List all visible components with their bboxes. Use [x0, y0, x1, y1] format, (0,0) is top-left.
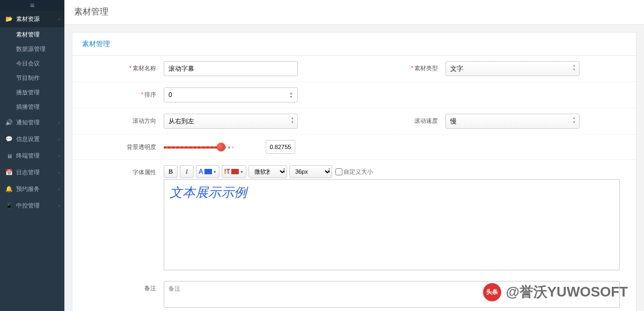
sidebar-sub-material-manage[interactable]: 素材管理: [0, 27, 64, 42]
order-label: *排序: [72, 87, 164, 99]
sidebar-item-label: 中控管理: [16, 202, 40, 210]
folder-open-icon: 📂: [5, 16, 13, 23]
megaphone-icon: 🔊: [5, 119, 13, 126]
sidebar-item-notify-manage[interactable]: 🔊 通知管理 ‹: [0, 114, 64, 131]
material-name-label: *素材名称: [72, 61, 164, 72]
note-textarea[interactable]: [164, 281, 620, 308]
direction-select[interactable]: 从右到左: [164, 114, 298, 129]
editor-sample-text: 文本展示示例: [170, 184, 614, 201]
custom-size-checkbox[interactable]: [335, 168, 342, 175]
sidebar-item-today-meeting[interactable]: 今日会议: [0, 56, 64, 71]
chevron-icon: ‹: [58, 170, 60, 175]
font-family-select[interactable]: 微软雅黑: [248, 165, 287, 178]
material-name-input[interactable]: [164, 61, 298, 76]
material-type-select[interactable]: 文字: [445, 61, 580, 76]
custom-size-checkbox-label[interactable]: 自定义大小: [335, 168, 373, 176]
text-editor[interactable]: 文本展示示例: [164, 179, 620, 270]
opacity-value-input[interactable]: [266, 140, 295, 154]
calendar-icon: 📅: [5, 169, 13, 176]
phone-icon: 📱: [5, 202, 13, 209]
italic-button[interactable]: I: [180, 165, 194, 178]
font-color-button[interactable]: A▼: [196, 165, 219, 178]
chevron-icon: ‹: [58, 187, 60, 192]
stepper-down-icon[interactable]: ▼: [289, 95, 293, 99]
direction-label: 滚动方向: [72, 114, 164, 125]
font-toolbar: B I A▼ !T▼ 微软雅黑 36px 自定义大小: [164, 165, 620, 178]
font-attr-label: 字体属性: [72, 165, 164, 176]
sidebar-item-terminal-manage[interactable]: 🖥 终端管理 ‹: [0, 147, 64, 164]
chevron-icon: ‹: [58, 120, 60, 125]
chevron-icon: ‹: [58, 203, 60, 209]
sidebar: ≡ 📂 素材资源 ‹ 素材管理 数据源管理 今日会议 节目制作 播放管理 插播管…: [0, 0, 64, 311]
sidebar-sub-datasource-manage[interactable]: 数据源管理: [0, 42, 64, 56]
sidebar-item-log-manage[interactable]: 📅 日志管理 ‹: [0, 164, 64, 181]
content: 素材管理 *素材名称 *素材类型 文字: [64, 25, 644, 311]
chevron-icon: ‹: [58, 17, 60, 22]
sidebar-toggle[interactable]: ≡: [0, 0, 64, 11]
sidebar-item-central-control[interactable]: 📱 中控管理 ‹: [0, 197, 64, 214]
note-label: 备注: [72, 281, 164, 292]
sidebar-item-label: 通知管理: [16, 119, 40, 127]
stepper-up-icon[interactable]: ▲: [289, 91, 293, 95]
main: 素材管理 素材管理 *素材名称 *素材类型 文字: [64, 0, 644, 311]
sidebar-item-label: 终端管理: [16, 152, 40, 160]
sidebar-item-insert-manage[interactable]: 插播管理: [0, 100, 64, 114]
monitor-icon: 🖥: [5, 153, 13, 159]
order-input[interactable]: [169, 91, 276, 99]
order-stepper[interactable]: ▲▼: [164, 87, 298, 102]
bell-icon: 🔔: [5, 186, 13, 192]
bold-button[interactable]: B: [164, 165, 178, 178]
panel-title: 素材管理: [72, 33, 636, 56]
sidebar-item-label: 预约服务: [16, 185, 40, 193]
page-title: 素材管理: [64, 0, 644, 25]
hamburger-icon: ≡: [30, 1, 34, 10]
sidebar-item-info-settings[interactable]: 💬 信息设置 ‹: [0, 131, 64, 147]
sidebar-item-label: 信息设置: [16, 135, 40, 143]
sidebar-item-label: 素材资源: [16, 15, 40, 23]
bg-color-button[interactable]: !T▼: [222, 165, 246, 178]
font-size-select[interactable]: 36px: [289, 165, 332, 178]
sidebar-item-program-make[interactable]: 节目制作: [0, 71, 64, 85]
sidebar-item-label: 日志管理: [16, 168, 40, 176]
chevron-icon: ‹: [58, 153, 60, 159]
slider-thumb[interactable]: [217, 143, 225, 151]
chat-icon: 💬: [5, 136, 13, 143]
sidebar-item-reserve-service[interactable]: 🔔 预约服务 ‹: [0, 181, 64, 197]
opacity-label: 背景透明度: [72, 140, 164, 151]
sidebar-item-play-manage[interactable]: 播放管理: [0, 85, 64, 100]
sidebar-item-material-resource[interactable]: 📂 素材资源 ‹: [0, 11, 64, 27]
chevron-icon: ‹: [58, 137, 60, 142]
speed-label: 滚动速度: [354, 114, 445, 125]
speed-select[interactable]: 慢: [445, 114, 580, 129]
panel: 素材管理 *素材名称 *素材类型 文字: [72, 32, 636, 311]
opacity-slider[interactable]: [164, 144, 233, 150]
material-type-label: *素材类型: [354, 61, 445, 72]
